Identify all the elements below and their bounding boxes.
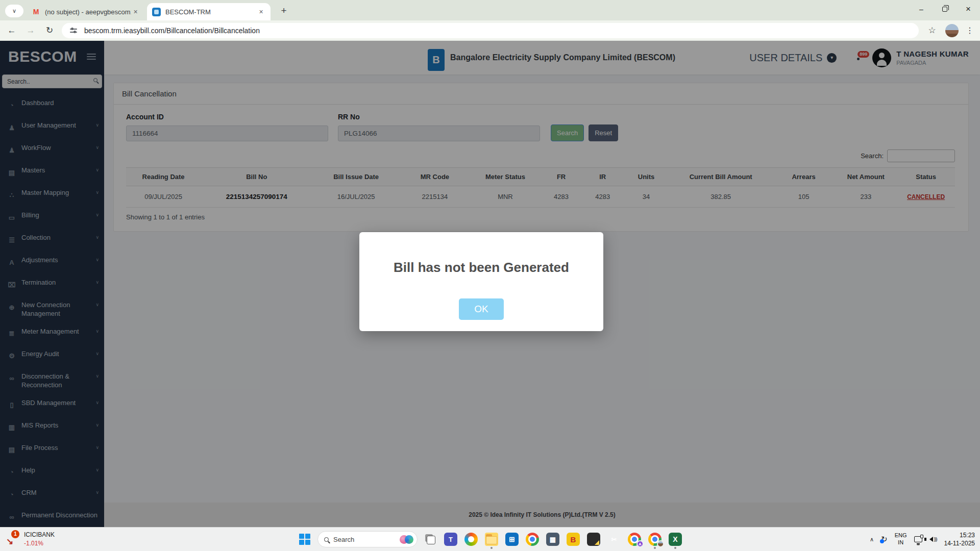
taskbar-app-notepad[interactable]	[586, 528, 601, 550]
browser-tab-strip: (no subject) - aeepvgbescom1@ BESCOM-TRM	[0, 0, 980, 20]
page-viewport: BESCOM ◔Dashboard♟User Management∨♟WorkF…	[0, 41, 980, 527]
running-indicator-dot	[491, 547, 493, 549]
taskbar-app-chrome-profile-photo[interactable]	[647, 528, 663, 550]
network-icon[interactable]	[914, 536, 922, 542]
taskbar-search[interactable]: Search	[317, 531, 418, 547]
ok-button[interactable]: OK	[459, 298, 504, 320]
window-controls	[910, 0, 980, 18]
minimize-button[interactable]	[910, 0, 933, 18]
bescom-app-icon: B	[567, 533, 580, 546]
profile-badge: A	[636, 540, 644, 547]
chrome-icon	[526, 533, 539, 546]
taskbar-app-copilot[interactable]	[463, 528, 479, 550]
widget-badge: 1	[11, 530, 19, 538]
start-button[interactable]	[297, 529, 312, 549]
browser-profile-avatar[interactable]	[945, 24, 959, 37]
taskbar-app-bescom-app[interactable]: B	[566, 528, 581, 550]
tab-close-icon[interactable]	[131, 8, 140, 16]
language-indicator[interactable]: ENG IN	[895, 532, 907, 546]
widget-title: ICICIBANK	[24, 531, 55, 538]
profile-badge	[657, 540, 664, 547]
taskbar-widget[interactable]: 1 ICICIBANK -1.01%	[5, 530, 55, 547]
site-info-icon[interactable]	[70, 28, 77, 34]
taskbar-app-teams[interactable]: T	[443, 528, 458, 550]
stocks-widget-icon: 1	[5, 530, 21, 547]
teams-icon: T	[444, 533, 457, 546]
tray-chevron-up-icon[interactable]	[870, 536, 874, 543]
copilot-icon	[464, 533, 478, 546]
excel-icon: X	[669, 533, 682, 546]
tab-title: BESCOM-TRM	[165, 8, 257, 16]
tab-close-icon[interactable]	[257, 8, 265, 16]
windows-logo-icon	[299, 534, 310, 545]
notepad-icon	[587, 533, 600, 546]
file-explorer-icon	[485, 533, 498, 546]
restore-button[interactable]	[933, 0, 957, 18]
search-icon	[324, 537, 329, 542]
tab-search-chevron-icon[interactable]	[5, 5, 23, 17]
reload-button[interactable]	[42, 23, 57, 38]
taskbar-search-label: Search	[333, 536, 354, 543]
running-indicator-dot	[654, 547, 656, 549]
store-icon: ⊞	[505, 533, 519, 546]
task-view-icon	[424, 533, 437, 546]
taskbar: 1 ICICIBANK -1.01% Search T⊞▦B✂AX ENG IN…	[0, 527, 980, 551]
taskbar-app-calculator[interactable]: ▦	[545, 528, 560, 550]
system-tray: ENG IN ))) 15:23 14-11-2025	[870, 528, 975, 551]
browser-tab-gmail[interactable]: (no subject) - aeepvgbescom1@	[27, 3, 145, 20]
browser-menu-icon[interactable]	[965, 23, 975, 38]
back-button[interactable]	[5, 23, 19, 38]
forward-button[interactable]	[23, 23, 38, 38]
tab-title: (no subject) - aeepvgbescom1@	[45, 8, 131, 16]
address-bar[interactable]: bescom.trm.ieasybill.com/Billcancelation…	[62, 23, 919, 38]
taskbar-app-excel[interactable]: X	[668, 528, 683, 550]
taskbar-app-store[interactable]: ⊞	[504, 528, 520, 550]
alert-message: Bill has not been Generated	[359, 260, 603, 276]
tray-time: 15:23	[944, 531, 975, 539]
restore-icon	[942, 7, 947, 12]
snipping-tool-icon: ✂	[607, 533, 621, 546]
url-text: bescom.trm.ieasybill.com/Billcancelation…	[84, 27, 260, 35]
browser-tab-bescom[interactable]: BESCOM-TRM	[147, 3, 271, 20]
browser-toolbar: bescom.trm.ieasybill.com/Billcancelation…	[0, 20, 980, 41]
gmail-icon	[32, 8, 40, 16]
alert-dialog: Bill has not been Generated OK	[359, 232, 603, 331]
taskbar-app-chrome[interactable]	[525, 528, 540, 550]
sync-update-icon[interactable]	[881, 535, 888, 544]
tray-date: 14-11-2025	[944, 539, 975, 547]
new-tab-button[interactable]	[277, 5, 290, 18]
calculator-icon: ▦	[546, 533, 559, 546]
taskbar-clock[interactable]: 15:23 14-11-2025	[944, 531, 975, 547]
volume-icon[interactable]: )))	[929, 537, 937, 542]
taskbar-app-snipping-tool[interactable]: ✂	[606, 528, 622, 550]
close-button[interactable]	[957, 0, 980, 18]
taskbar-app-chrome-profile-a[interactable]: A	[627, 528, 642, 550]
taskbar-app-task-view[interactable]	[423, 528, 438, 550]
bescom-favicon	[152, 8, 161, 16]
taskbar-center: Search T⊞▦B✂AX	[297, 528, 683, 551]
stock-down-arrow-icon	[6, 536, 13, 547]
taskbar-app-file-explorer[interactable]	[484, 528, 499, 550]
bookmark-star-icon[interactable]	[925, 23, 939, 38]
running-indicator-dot	[674, 547, 676, 549]
search-decoration-icon	[400, 535, 413, 544]
widget-change: -1.01%	[24, 540, 55, 547]
